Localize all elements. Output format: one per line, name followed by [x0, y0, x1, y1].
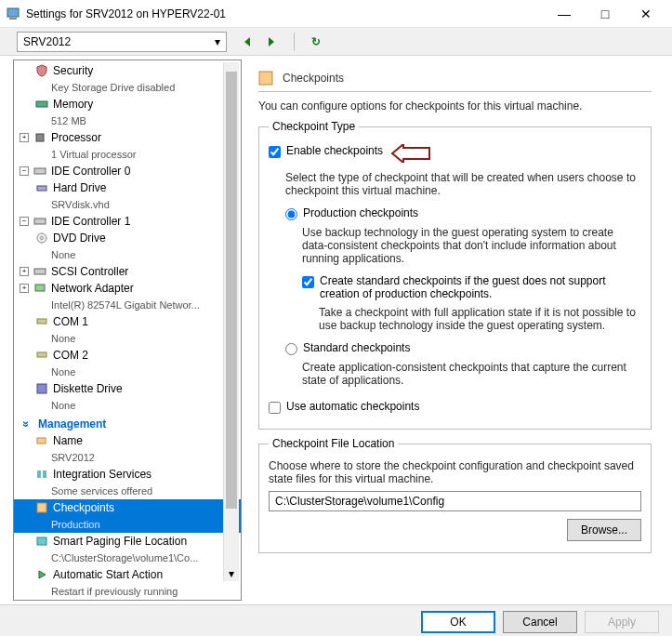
- svg-rect-19: [37, 503, 46, 512]
- nav-back-button[interactable]: [240, 33, 257, 50]
- standard-desc: Create application-consistent checkpoint…: [302, 361, 641, 387]
- svg-marker-2: [244, 37, 250, 46]
- sidebar-item-harddrive[interactable]: Hard Drive: [14, 179, 241, 196]
- select-type-text: Select the type of checkpoint that will …: [285, 171, 641, 197]
- sidebar-item-ide0[interactable]: −IDE Controller 0: [14, 163, 241, 179]
- tag-icon: [34, 433, 49, 448]
- sidebar-item-integration[interactable]: Integration Services: [14, 466, 241, 483]
- fallback-desc: Take a checkpoint with full application …: [319, 306, 641, 332]
- production-label: Production checkpoints: [303, 206, 418, 219]
- checkpoint-location-group: Checkpoint File Location Choose where to…: [258, 437, 652, 553]
- minimize-button[interactable]: —: [544, 1, 585, 27]
- diskette-icon: [34, 381, 49, 396]
- sidebar-item-dvd[interactable]: DVD Drive: [14, 230, 241, 246]
- expand-icon[interactable]: +: [20, 284, 29, 293]
- sidebar-item-ide1[interactable]: −IDE Controller 1: [14, 213, 241, 230]
- location-path-input[interactable]: [269, 491, 641, 511]
- content-title: Checkpoints: [283, 72, 344, 85]
- content-pane: Checkpoints You can configure options fo…: [249, 60, 661, 601]
- sidebar-item-memory[interactable]: Memory: [14, 96, 241, 113]
- fallback-checkbox[interactable]: [302, 276, 314, 288]
- cancel-button[interactable]: Cancel: [503, 611, 577, 633]
- svg-rect-11: [34, 269, 46, 274]
- window-title: Settings for SRV2012 on HYPERV22-01: [26, 7, 544, 20]
- svg-point-10: [41, 237, 44, 240]
- svg-rect-17: [37, 470, 41, 478]
- controller-icon: [33, 264, 47, 279]
- sidebar-item-com1[interactable]: COM 1: [14, 313, 241, 330]
- checkpoint-location-legend: Checkpoint File Location: [269, 437, 398, 450]
- production-desc: Use backup technology in the guest opera…: [302, 226, 641, 265]
- svg-rect-15: [37, 384, 46, 393]
- expand-icon[interactable]: +: [20, 133, 29, 142]
- sidebar-item-processor[interactable]: +Processor: [14, 129, 241, 146]
- sidebar-item-com2[interactable]: COM 2: [14, 347, 241, 364]
- production-radio[interactable]: [285, 208, 297, 220]
- sidebar-item-network[interactable]: +Network Adapter: [14, 280, 241, 297]
- sidebar-item-diskette[interactable]: Diskette Drive: [14, 380, 241, 397]
- toolbar: SRV2012 ▾ ↻: [0, 28, 672, 56]
- auto-checkpoints-label: Use automatic checkpoints: [286, 400, 419, 413]
- svg-rect-13: [37, 319, 46, 324]
- svg-rect-1: [9, 18, 17, 20]
- sidebar-item-checkpoints[interactable]: Checkpoints: [14, 499, 241, 516]
- svg-rect-20: [37, 537, 46, 545]
- sidebar-item-security[interactable]: Security: [14, 62, 241, 79]
- app-icon: [6, 7, 20, 21]
- svg-rect-16: [37, 438, 46, 444]
- management-section-header: Management: [14, 414, 241, 432]
- checkpoints-icon: [258, 71, 273, 86]
- reload-button[interactable]: ↻: [308, 33, 324, 50]
- sidebar-item-auto-stop[interactable]: Automatic Stop Action: [14, 600, 241, 601]
- svg-rect-8: [34, 219, 46, 224]
- intro-text: You can configure options for checkpoint…: [258, 99, 652, 113]
- toolbar-divider: [294, 33, 295, 51]
- svg-marker-3: [269, 37, 274, 46]
- svg-rect-6: [34, 168, 46, 174]
- harddrive-icon: [34, 180, 49, 195]
- apply-button[interactable]: Apply: [585, 611, 659, 633]
- expand-icon[interactable]: +: [20, 267, 29, 276]
- com-port-icon: [34, 314, 49, 329]
- paging-icon: [34, 534, 49, 549]
- collapse-icon[interactable]: −: [20, 217, 29, 226]
- integration-icon: [34, 467, 49, 482]
- nav-forward-button[interactable]: [264, 33, 281, 50]
- sidebar: Security Key Storage Drive disabled Memo…: [13, 60, 242, 601]
- sidebar-item-paging[interactable]: Smart Paging File Location: [14, 533, 241, 550]
- com-port-icon: [34, 348, 49, 363]
- collapse-icon[interactable]: −: [20, 166, 29, 176]
- close-button[interactable]: ✕: [626, 1, 666, 27]
- standard-radio[interactable]: [285, 343, 297, 355]
- sidebar-item-auto-start[interactable]: Automatic Start Action: [14, 566, 241, 583]
- svg-rect-14: [37, 352, 46, 357]
- sidebar-item-name[interactable]: Name: [14, 432, 241, 449]
- cpu-icon: [33, 130, 47, 145]
- enable-checkpoints-checkbox[interactable]: [269, 146, 281, 158]
- svg-marker-21: [39, 571, 46, 578]
- svg-rect-18: [43, 470, 46, 478]
- start-icon: [34, 567, 49, 582]
- auto-checkpoints-checkbox[interactable]: [269, 402, 281, 414]
- svg-rect-0: [7, 8, 19, 17]
- svg-rect-7: [37, 186, 46, 191]
- sidebar-item-scsi[interactable]: +SCSI Controller: [14, 263, 241, 280]
- dvd-icon: [34, 231, 49, 245]
- svg-rect-5: [36, 134, 44, 141]
- browse-button[interactable]: Browse...: [567, 519, 641, 541]
- checkpoint-type-group: Checkpoint Type Enable checkpoints Selec…: [258, 120, 652, 430]
- callout-arrow-icon: [390, 144, 431, 166]
- network-icon: [33, 281, 47, 296]
- ok-button[interactable]: OK: [421, 611, 495, 633]
- fallback-label: Create standard checkpoints if the guest…: [320, 274, 641, 300]
- svg-rect-23: [259, 72, 272, 85]
- location-desc: Choose where to store the checkpoint con…: [269, 459, 641, 485]
- sidebar-scrollbar[interactable]: ▾: [223, 62, 239, 581]
- maximize-button[interactable]: □: [585, 1, 626, 27]
- svg-rect-4: [36, 101, 47, 107]
- vm-selector[interactable]: SRV2012 ▾: [17, 32, 227, 52]
- checkpoints-icon: [34, 500, 49, 515]
- enable-checkpoints-label: Enable checkpoints: [286, 144, 383, 157]
- titlebar: Settings for SRV2012 on HYPERV22-01 — □ …: [0, 0, 672, 28]
- standard-label: Standard checkpoints: [303, 341, 410, 354]
